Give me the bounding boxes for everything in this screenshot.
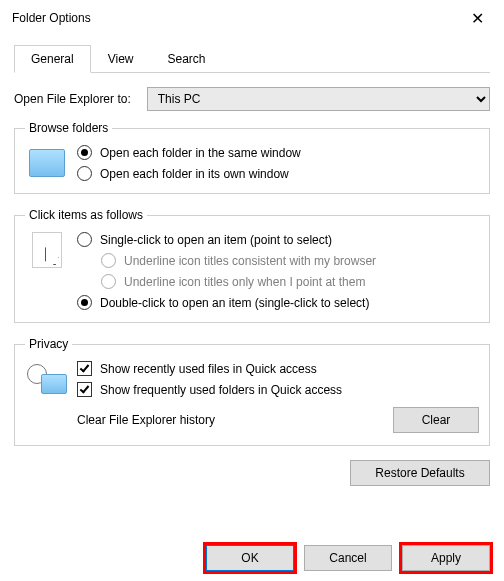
check-recent-files[interactable]: Show recently used files in Quick access bbox=[77, 361, 479, 376]
click-items-legend: Click items as follows bbox=[25, 208, 147, 222]
privacy-icon bbox=[25, 361, 69, 397]
click-items-group: Click items as follows Single-click to o… bbox=[14, 208, 490, 323]
radio-own-window-label: Open each folder in its own window bbox=[100, 167, 289, 181]
dialog-footer: OK Cancel Apply bbox=[206, 545, 490, 571]
radio-double-click-label: Double-click to open an item (single-cli… bbox=[100, 296, 369, 310]
privacy-group: Privacy Show recently used files in Quic… bbox=[14, 337, 490, 446]
radio-underline-browser-label: Underline icon titles consistent with my… bbox=[124, 254, 376, 268]
clear-button[interactable]: Clear bbox=[393, 407, 479, 433]
tab-view[interactable]: View bbox=[91, 45, 151, 73]
radio-single-click[interactable]: Single-click to open an item (point to s… bbox=[77, 232, 479, 247]
radio-single-click-label: Single-click to open an item (point to s… bbox=[100, 233, 332, 247]
titlebar: Folder Options ✕ bbox=[0, 0, 504, 36]
tabstrip: General View Search bbox=[14, 44, 490, 73]
cursor-icon bbox=[25, 232, 69, 268]
restore-defaults-button[interactable]: Restore Defaults bbox=[350, 460, 490, 486]
browse-folders-legend: Browse folders bbox=[25, 121, 112, 135]
radio-underline-browser: Underline icon titles consistent with my… bbox=[101, 253, 479, 268]
radio-underline-point-label: Underline icon titles only when I point … bbox=[124, 275, 365, 289]
apply-button[interactable]: Apply bbox=[402, 545, 490, 571]
open-explorer-select[interactable]: This PC bbox=[147, 87, 490, 111]
cancel-button[interactable]: Cancel bbox=[304, 545, 392, 571]
tab-search[interactable]: Search bbox=[151, 45, 223, 73]
radio-underline-point: Underline icon titles only when I point … bbox=[101, 274, 479, 289]
ok-button[interactable]: OK bbox=[206, 545, 294, 571]
open-explorer-label: Open File Explorer to: bbox=[14, 92, 131, 106]
folder-icon bbox=[25, 145, 69, 181]
dialog-content: General View Search Open File Explorer t… bbox=[0, 36, 504, 486]
clear-history-label: Clear File Explorer history bbox=[77, 413, 215, 427]
close-icon[interactable]: ✕ bbox=[463, 9, 492, 28]
check-frequent-folders[interactable]: Show frequently used folders in Quick ac… bbox=[77, 382, 479, 397]
open-explorer-row: Open File Explorer to: This PC bbox=[14, 87, 490, 111]
radio-own-window[interactable]: Open each folder in its own window bbox=[77, 166, 479, 181]
radio-same-window[interactable]: Open each folder in the same window bbox=[77, 145, 479, 160]
radio-same-window-label: Open each folder in the same window bbox=[100, 146, 301, 160]
privacy-legend: Privacy bbox=[25, 337, 72, 351]
check-frequent-folders-label: Show frequently used folders in Quick ac… bbox=[100, 383, 342, 397]
tab-general[interactable]: General bbox=[14, 45, 91, 73]
browse-folders-group: Browse folders Open each folder in the s… bbox=[14, 121, 490, 194]
radio-double-click[interactable]: Double-click to open an item (single-cli… bbox=[77, 295, 479, 310]
check-recent-files-label: Show recently used files in Quick access bbox=[100, 362, 317, 376]
window-title: Folder Options bbox=[12, 11, 91, 25]
